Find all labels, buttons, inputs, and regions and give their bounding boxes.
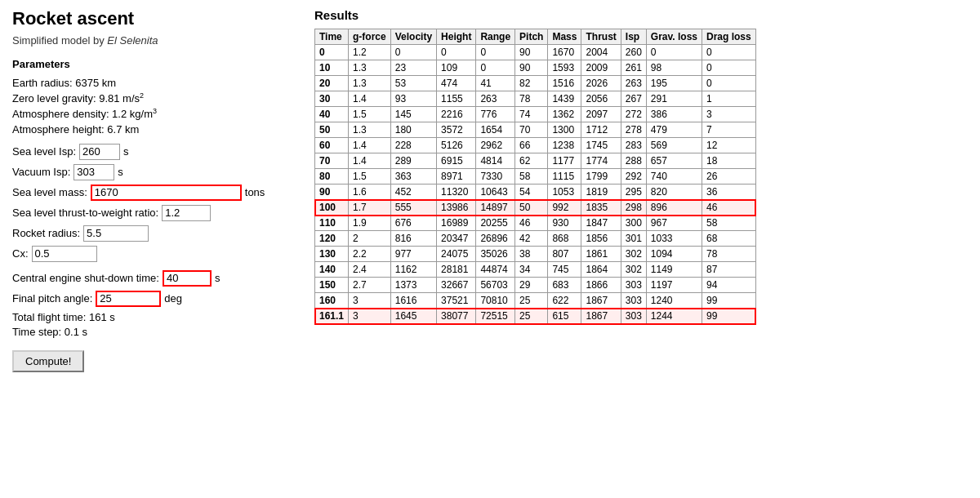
table-row: 1502.713733266756703296831866303119794 — [315, 278, 756, 293]
table-row: 1101.9676169892025546930184730096758 — [315, 216, 756, 231]
pitch-unit: deg — [164, 292, 182, 305]
cx-input[interactable] — [32, 246, 97, 262]
shutdown-row: Central engine shut-down time: s — [12, 270, 290, 287]
radius-input[interactable] — [83, 225, 149, 242]
isp-sea-unit: s — [123, 145, 129, 158]
table-row: 401.5145221677674136220972723863 — [315, 107, 756, 122]
table-row: 1001.7555139861489750992183529889646 — [315, 200, 756, 216]
param-atm-height: Atmosphere height: 6.7 km — [12, 123, 290, 136]
table-header-row: Time g-force Velocity Height Range Pitch… — [315, 29, 756, 45]
table-row: 12028162034726896428681856301103368 — [315, 231, 756, 247]
twr-input[interactable] — [162, 205, 211, 221]
compute-button[interactable]: Compute! — [12, 350, 84, 372]
isp-vac-label: Vacuum Isp: — [12, 166, 70, 178]
right-panel: Results Time g-force Velocity Height Ran… — [314, 8, 968, 324]
shutdown-input[interactable] — [163, 270, 212, 287]
isp-vac-row: Vacuum Isp: s — [12, 164, 290, 180]
page-title: Rocket ascent — [12, 8, 290, 29]
results-table: Time g-force Velocity Height Range Pitch… — [314, 29, 756, 324]
table-row: 501.31803572165470130017122784797 — [315, 122, 756, 138]
col-drag-loss: Drag loss — [702, 29, 755, 45]
param-atm-density: Atmosphere density: 1.2 kg/m3 — [12, 107, 290, 120]
isp-sea-label: Sea level Isp: — [12, 145, 76, 158]
param-earth-radius: Earth radius: 6375 km — [12, 77, 290, 89]
table-row: 01.2000901670200426000 — [315, 45, 756, 60]
isp-vac-unit: s — [118, 166, 123, 178]
col-velocity: Velocity — [390, 29, 436, 45]
subtitle-author: El Selenita — [107, 34, 158, 47]
subtitle-prefix: Simplified model by — [12, 34, 107, 47]
cx-label: Cx: — [12, 247, 29, 260]
table-row: 901.64521132010643541053181929582036 — [315, 185, 756, 200]
radius-label: Rocket radius: — [12, 227, 80, 239]
col-thrust: Thrust — [581, 29, 621, 45]
shutdown-unit: s — [215, 272, 220, 284]
col-isp: Isp — [621, 29, 646, 45]
left-panel: Rocket ascent Simplified model by El Sel… — [12, 8, 290, 372]
mass-input[interactable] — [91, 185, 242, 201]
twr-label: Sea level thrust-to-weight ratio: — [12, 207, 158, 219]
pitch-row: Final pitch angle: deg — [12, 291, 290, 307]
table-row: 201.3534744182151620262631950 — [315, 76, 756, 91]
pitch-input[interactable] — [96, 291, 161, 307]
param-gravity: Zero level gravity: 9.81 m/s2 — [12, 91, 290, 104]
time-step: Time step: 0.1 s — [12, 326, 290, 338]
twr-row: Sea level thrust-to-weight ratio: — [12, 205, 290, 221]
radius-row: Rocket radius: — [12, 225, 290, 242]
table-row: 161.1316453807772515256151867303124499 — [315, 309, 756, 324]
col-range: Range — [476, 29, 515, 45]
isp-sea-row: Sea level Isp: s — [12, 144, 290, 160]
isp-vac-input[interactable] — [74, 164, 114, 180]
parameters-title: Parameters — [12, 58, 290, 70]
col-grav-loss: Grav. loss — [646, 29, 702, 45]
table-row: 160316163752170810256221867303124099 — [315, 293, 756, 309]
subtitle: Simplified model by El Selenita — [12, 34, 290, 47]
mass-label: Sea level mass: — [12, 186, 87, 198]
isp-sea-input[interactable] — [79, 144, 120, 160]
col-height: Height — [437, 29, 476, 45]
table-row: 601.422851262962661238174528356912 — [315, 138, 756, 153]
results-title: Results — [314, 8, 968, 22]
table-row: 1302.29772407535026388071861302109478 — [315, 247, 756, 262]
col-gforce: g-force — [349, 29, 391, 45]
shutdown-label: Central engine shut-down time: — [12, 272, 159, 284]
table-row: 701.428969154814621177177428865718 — [315, 153, 756, 169]
table-row: 301.493115526378143920562672911 — [315, 91, 756, 107]
cx-row: Cx: — [12, 246, 290, 262]
table-row: 1402.411622818144874347451864302114987 — [315, 262, 756, 278]
mass-unit: tons — [245, 186, 265, 198]
table-row: 801.536389717330581115179929274026 — [315, 169, 756, 185]
col-pitch: Pitch — [515, 29, 548, 45]
col-mass: Mass — [548, 29, 581, 45]
mass-row: Sea level mass: tons — [12, 185, 290, 201]
table-row: 101.32310909015932009261980 — [315, 60, 756, 76]
pitch-label: Final pitch angle: — [12, 292, 92, 305]
col-time: Time — [315, 29, 349, 45]
total-flight-time: Total flight time: 161 s — [12, 311, 290, 323]
